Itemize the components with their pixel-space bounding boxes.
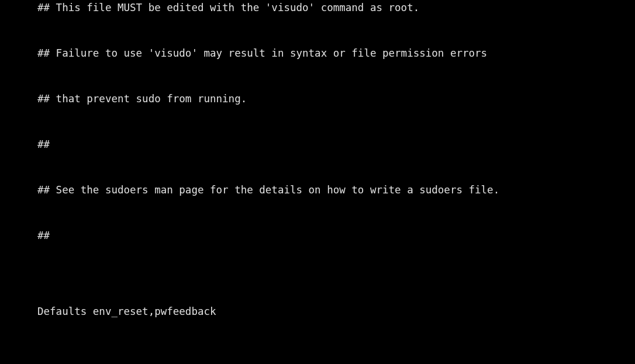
editor-content[interactable]: ## sudoers file. ## ## This file MUST be… bbox=[37, 0, 598, 364]
editor-line: Defaults env_reset,pwfeedback bbox=[37, 304, 598, 319]
editor-line: ## This file MUST be edited with the 'vi… bbox=[37, 0, 598, 15]
editor-line: ## bbox=[37, 137, 598, 152]
editor-line: ## that prevent sudo from running. bbox=[37, 91, 598, 106]
editor-line: ## Failure to use 'visudo' may result in… bbox=[37, 46, 598, 61]
editor-line: ## See the sudoers man page for the deta… bbox=[37, 182, 598, 197]
terminal-body[interactable]: GNU nano 7.2 /etc/sudoers.tmp Modified #… bbox=[37, 0, 598, 364]
editor-line: ## bbox=[37, 228, 598, 243]
terminal-window: abhishek@itsfoss:~ GNU nano 7.2 /etc/sud… bbox=[37, 0, 598, 364]
